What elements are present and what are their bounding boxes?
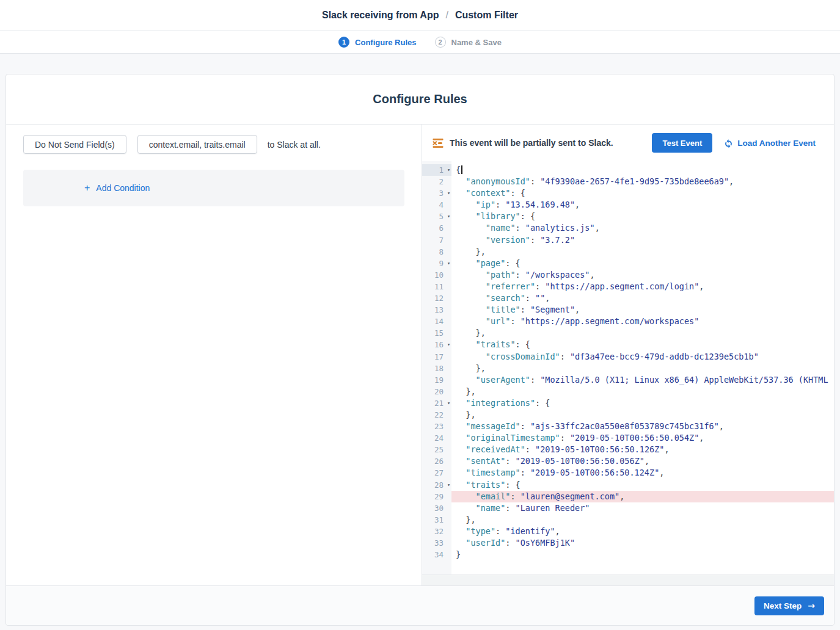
code-line-15[interactable]: 15 }, <box>422 327 834 339</box>
code-line-22[interactable]: 22 }, <box>422 409 834 421</box>
line-number[interactable]: 26 <box>422 455 451 467</box>
line-number[interactable]: 2 <box>422 176 451 187</box>
code-line-18[interactable]: 18 }, <box>422 363 834 374</box>
line-number[interactable]: 29 <box>422 491 451 502</box>
fold-toggle-icon[interactable]: ▾ <box>447 211 450 222</box>
code-text: "traits": { <box>451 339 834 350</box>
code-line-16[interactable]: 16▾ "traits": { <box>422 339 834 350</box>
code-text: "receivedAt": "2019-05-10T00:56:50.126Z"… <box>451 444 834 455</box>
line-number[interactable]: 9▾ <box>422 258 451 269</box>
code-line-17[interactable]: 17 "crossDomainId": "df3a47ee-bcc9-479d-… <box>422 351 834 363</box>
line-number[interactable]: 21▾ <box>422 397 451 409</box>
code-line-20[interactable]: 20 }, <box>422 386 834 397</box>
code-line-11[interactable]: 11 "referrer": "https://app.segment.com/… <box>422 281 834 292</box>
code-line-23[interactable]: 23 "messageId": "ajs-33ffc2ac0a550e8f053… <box>422 421 834 432</box>
line-number[interactable]: 31 <box>422 514 451 526</box>
code-line-1[interactable]: 1▾{ <box>422 164 834 176</box>
code-line-6[interactable]: 6 "name": "analytics.js", <box>422 222 834 234</box>
step-configure-rules[interactable]: 1 Configure Rules <box>338 37 416 48</box>
code-line-3[interactable]: 3▾ "context": { <box>422 187 834 199</box>
line-number[interactable]: 19 <box>422 374 451 386</box>
code-line-13[interactable]: 13 "title": "Segment", <box>422 304 834 316</box>
fold-toggle-icon[interactable]: ▾ <box>447 479 450 491</box>
do-not-send-fields-button[interactable]: Do Not Send Field(s) <box>23 135 126 154</box>
line-number[interactable]: 27 <box>422 467 451 479</box>
line-number[interactable]: 8 <box>422 246 451 258</box>
line-number[interactable]: 14 <box>422 316 451 327</box>
code-line-30[interactable]: 30 "name": "Lauren Reeder" <box>422 502 834 514</box>
line-number[interactable]: 10 <box>422 269 451 281</box>
line-number[interactable]: 30 <box>422 502 451 514</box>
line-number[interactable]: 3▾ <box>422 187 451 199</box>
line-number[interactable]: 13 <box>422 304 451 316</box>
code-line-7[interactable]: 7 "version": "3.7.2" <box>422 234 834 246</box>
code-line-10[interactable]: 10 "path": "/workspaces", <box>422 269 834 281</box>
code-line-24[interactable]: 24 "originalTimestamp": "2019-05-10T00:5… <box>422 432 834 444</box>
line-number[interactable]: 22 <box>422 409 451 421</box>
fold-toggle-icon[interactable]: ▾ <box>447 339 450 350</box>
line-number[interactable]: 11 <box>422 281 451 292</box>
code-line-33[interactable]: 33 "userId": "OsY6MFBj1K" <box>422 537 834 549</box>
line-number[interactable]: 28▾ <box>422 479 451 491</box>
code-text: }, <box>451 514 834 526</box>
fold-toggle-icon[interactable]: ▾ <box>447 258 450 269</box>
code-text: }, <box>451 363 834 374</box>
code-line-4[interactable]: 4 "ip": "13.54.169.48", <box>422 199 834 211</box>
editor-horizontal-scrollbar[interactable] <box>422 574 834 585</box>
code-line-31[interactable]: 31 }, <box>422 514 834 526</box>
line-number[interactable]: 16▾ <box>422 339 451 350</box>
code-line-2[interactable]: 2 "anonymousId": "4f9390ae-2657-4fe1-9d9… <box>422 176 834 187</box>
code-line-19[interactable]: 19 "userAgent": "Mozilla/5.0 (X11; Linux… <box>422 374 834 386</box>
line-number[interactable]: 17 <box>422 351 451 363</box>
fold-toggle-icon[interactable]: ▾ <box>447 187 450 199</box>
code-line-34[interactable]: 34} <box>422 549 834 560</box>
text-cursor <box>461 165 462 174</box>
code-line-27[interactable]: 27 "timestamp": "2019-05-10T00:56:50.124… <box>422 467 834 479</box>
code-text: "integrations": { <box>451 397 834 409</box>
line-number[interactable]: 1▾ <box>422 164 451 176</box>
line-number[interactable]: 34 <box>422 549 451 560</box>
line-number[interactable]: 23 <box>422 421 451 432</box>
code-line-26[interactable]: 26 "sentAt": "2019-05-10T00:56:50.056Z", <box>422 455 834 467</box>
event-preview-panel: This event will be partially sent to Sla… <box>422 125 834 585</box>
fields-list-button[interactable]: context.email, traits.email <box>137 135 257 154</box>
code-line-21[interactable]: 21▾ "integrations": { <box>422 397 834 409</box>
line-number[interactable]: 12 <box>422 292 451 304</box>
code-line-29-highlighted[interactable]: 29 "email": "lauren@segment.com", <box>422 491 834 502</box>
code-text: "timestamp": "2019-05-10T00:56:50.124Z", <box>451 467 834 479</box>
add-condition-label: Add Condition <box>96 183 150 193</box>
line-number[interactable]: 15 <box>422 327 451 339</box>
test-event-button[interactable]: Test Event <box>652 133 712 153</box>
line-number[interactable]: 24 <box>422 432 451 444</box>
code-line-28[interactable]: 28▾ "traits": { <box>422 479 834 491</box>
code-line-12[interactable]: 12 "search": "", <box>422 292 834 304</box>
code-line-14[interactable]: 14 "url": "https://app.segment.com/works… <box>422 316 834 327</box>
plus-icon: + <box>84 183 90 193</box>
line-number[interactable]: 4 <box>422 199 451 211</box>
load-another-event-button[interactable]: Load Another Event <box>724 139 816 148</box>
code-line-9[interactable]: 9▾ "page": { <box>422 258 834 269</box>
line-number[interactable]: 25 <box>422 444 451 455</box>
code-line-25[interactable]: 25 "receivedAt": "2019-05-10T00:56:50.12… <box>422 444 834 455</box>
fold-toggle-icon[interactable]: ▾ <box>447 397 450 409</box>
fold-toggle-icon[interactable]: ▾ <box>447 164 450 176</box>
code-text: "anonymousId": "4f9390ae-2657-4fe1-9d95-… <box>451 176 834 187</box>
code-text: "page": { <box>451 258 834 269</box>
line-number[interactable]: 33 <box>422 537 451 549</box>
next-step-button[interactable]: Next Step → <box>754 596 824 615</box>
line-number[interactable]: 5▾ <box>422 211 451 222</box>
code-line-32[interactable]: 32 "type": "identify", <box>422 526 834 537</box>
code-line-8[interactable]: 8 }, <box>422 246 834 258</box>
line-number[interactable]: 20 <box>422 386 451 397</box>
breadcrumb-primary[interactable]: Slack receiving from App <box>322 10 439 21</box>
json-editor[interactable]: 1▾{2 "anonymousId": "4f9390ae-2657-4fe1-… <box>422 161 834 574</box>
code-line-5[interactable]: 5▾ "library": { <box>422 211 834 222</box>
add-condition-button[interactable]: + Add Condition <box>84 183 150 193</box>
line-number[interactable]: 32 <box>422 526 451 537</box>
line-number[interactable]: 6 <box>422 222 451 234</box>
line-number[interactable]: 18 <box>422 363 451 374</box>
code-text: "traits": { <box>451 479 834 491</box>
line-number[interactable]: 7 <box>422 234 451 246</box>
step-1-label: Configure Rules <box>355 38 416 47</box>
step-name-save[interactable]: 2 Name & Save <box>435 37 502 48</box>
